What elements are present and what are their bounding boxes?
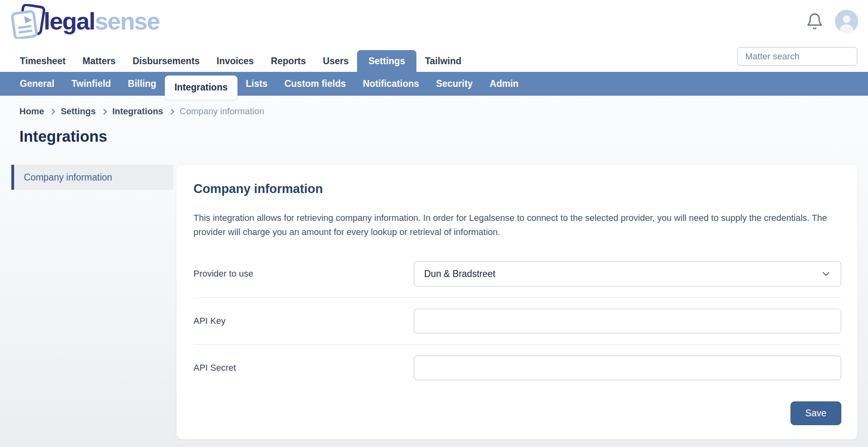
settings-layout: Company information Company information … [0,165,868,439]
user-avatar[interactable] [835,10,858,33]
subnav-item-integrations[interactable]: Integrations [165,76,237,99]
main-nav: Timesheet Matters Disbursements Invoices… [0,43,868,72]
header: legalsense [0,0,868,43]
nav-item-matters[interactable]: Matters [74,50,124,72]
nav-item-timesheet[interactable]: Timesheet [11,50,74,72]
api-secret-field[interactable] [414,355,841,380]
panel-heading: Company information [193,182,841,196]
subnav-item-general[interactable]: General [11,78,63,89]
api-key-label: API Key [193,316,414,326]
breadcrumb: Home Settings Integrations Company infor… [0,96,868,118]
subnav-item-security[interactable]: Security [428,78,481,89]
document-pages-icon [11,4,45,39]
integrations-sidebar: Company information [11,165,174,190]
provider-label: Provider to use [193,269,414,279]
provider-select-value: Dun & Bradstreet [424,269,495,279]
provider-select[interactable]: Dun & Bradstreet [414,261,841,287]
sidebar-item-company-information[interactable]: Company information [11,165,174,190]
subnav-item-admin[interactable]: Admin [481,78,527,89]
api-key-field[interactable] [414,308,841,334]
breadcrumb-item-company-information: Company information [180,106,264,117]
nav-item-tailwind[interactable]: Tailwind [416,50,470,72]
subnav-item-lists[interactable]: Lists [237,78,276,89]
chevron-down-icon [821,269,831,279]
breadcrumb-item-home[interactable]: Home [19,106,44,117]
subnav-item-custom-fields[interactable]: Custom fields [276,78,354,89]
nav-item-users[interactable]: Users [314,50,357,72]
subnav-item-billing[interactable]: Billing [120,78,165,89]
nav-item-invoices[interactable]: Invoices [208,50,262,72]
nav-item-reports[interactable]: Reports [262,50,314,72]
subnav-item-notifications[interactable]: Notifications [354,78,427,89]
brand-word-legal: legal [44,8,95,35]
breadcrumb-item-settings[interactable]: Settings [61,106,96,117]
subnav-item-twinfield[interactable]: Twinfield [63,78,120,89]
sidebar-item-label: Company information [24,172,112,183]
api-secret-label: API Secret [193,363,414,373]
form-row-api-key: API Key [193,297,841,344]
company-information-panel: Company information This integration all… [177,165,857,439]
brand-wordmark: legalsense [44,9,160,34]
save-row: Save [193,401,841,425]
content-area: Home Settings Integrations Company infor… [0,96,868,447]
breadcrumb-item-integrations[interactable]: Integrations [112,106,163,117]
nav-item-disbursements[interactable]: Disbursements [124,50,208,72]
bell-icon[interactable] [806,13,824,30]
page-title: Integrations [19,128,868,145]
avatar-person-icon [835,10,858,33]
brand-word-sense: sense [95,8,160,35]
panel-description: This integration allows for retrieving c… [193,211,841,239]
save-button[interactable]: Save [790,401,841,425]
chevron-right-icon [49,109,56,115]
header-actions [806,10,858,33]
form-row-api-secret: API Secret [193,344,841,391]
form-row-provider: Provider to use Dun & Bradstreet [193,250,841,297]
company-information-form: Provider to use Dun & Bradstreet API Key [193,250,841,425]
settings-subnav: General Twinfield Billing Integrations L… [0,72,868,96]
legalsense-logo[interactable]: legalsense [11,4,160,39]
chevron-right-icon [101,109,107,115]
matter-search-input[interactable] [737,47,857,66]
chevron-right-icon [168,109,175,115]
nav-item-settings[interactable]: Settings [357,50,416,72]
app-window: legalsense Timesheet Matters [0,0,868,447]
